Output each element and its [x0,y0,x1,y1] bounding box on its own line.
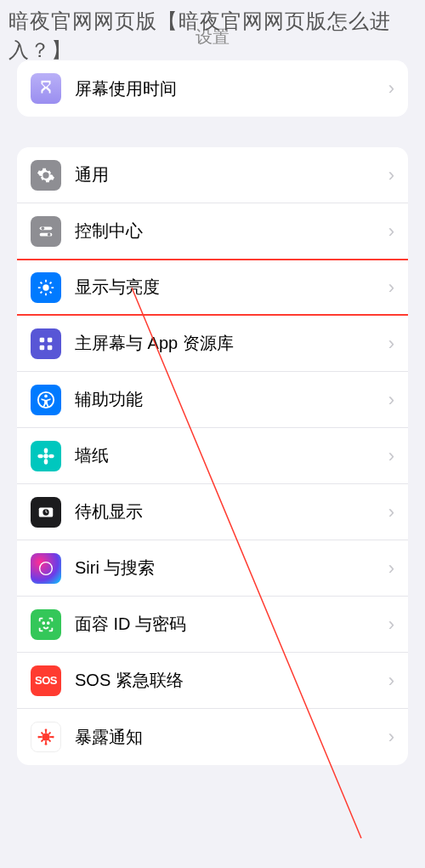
overlay-watermark-text: 暗夜官网网页版【暗夜官网网页版怎么进入？】 [8,7,416,64]
row-faceid-passcode[interactable]: 面容 ID 与密码 › [17,597,408,653]
svg-rect-15 [40,345,45,350]
row-label: 暴露通知 [75,726,388,749]
svg-point-40 [45,728,48,731]
svg-point-22 [37,454,42,458]
row-label: 显示与亮度 [75,276,388,299]
svg-point-23 [48,454,54,458]
chevron-right-icon: › [388,164,394,186]
chevron-right-icon: › [388,501,394,523]
accessibility-icon [31,385,61,415]
row-accessibility[interactable]: 辅助功能 › [17,372,408,428]
row-sos[interactable]: SOS SOS 紧急联络 › [17,653,408,709]
gear-icon [31,160,61,191]
row-home-screen[interactable]: 主屏幕与 App 资源库 › [17,316,408,372]
chevron-right-icon: › [388,220,394,243]
siri-icon [31,553,61,584]
chevron-right-icon: › [388,277,394,299]
svg-point-3 [48,232,51,236]
svg-rect-14 [48,337,53,342]
svg-point-29 [42,622,44,624]
svg-point-42 [37,736,40,739]
svg-line-10 [50,291,52,293]
chevron-right-icon: › [388,445,394,467]
svg-point-28 [40,562,53,574]
settings-group-1: 屏幕使用时间 › [17,60,408,117]
chevron-right-icon: › [388,389,394,411]
chevron-right-icon: › [388,557,394,580]
row-label: 控制中心 [75,220,388,243]
svg-line-39 [48,733,50,734]
svg-point-20 [44,448,48,453]
chevron-right-icon: › [388,614,394,636]
row-screen-time[interactable]: 屏幕使用时间 › [17,60,408,117]
svg-line-9 [40,282,42,283]
flower-icon [31,441,61,471]
chevron-right-icon: › [388,77,394,100]
row-label: 面容 ID 与密码 [75,613,388,636]
row-label: 墙纸 [75,444,388,467]
row-label: 通用 [75,163,388,186]
svg-point-30 [48,622,49,624]
row-control-center[interactable]: 控制中心 › [17,203,408,260]
svg-line-37 [48,740,50,741]
clock-icon [31,497,61,528]
svg-point-21 [44,459,48,464]
sos-text: SOS [35,674,57,687]
row-label: SOS 紧急联络 [75,669,388,692]
svg-point-41 [45,743,48,745]
svg-line-36 [42,733,43,734]
row-general[interactable]: 通用 › [17,147,408,203]
svg-point-31 [42,733,49,740]
svg-point-18 [44,394,48,397]
row-wallpaper[interactable]: 墙纸 › [17,428,408,484]
brightness-icon [31,272,61,303]
row-label: 辅助功能 [75,388,388,411]
apps-grid-icon [31,328,61,359]
row-label: 屏幕使用时间 [75,77,388,100]
row-standby[interactable]: 待机显示 › [17,484,408,540]
row-label: 主屏幕与 App 资源库 [75,332,388,355]
svg-point-4 [42,284,48,290]
svg-point-43 [52,736,54,739]
row-exposure[interactable]: 暴露通知 › [17,709,408,765]
row-display-brightness[interactable]: 显示与亮度 › [17,260,408,316]
row-label: Siri 与搜索 [75,557,388,580]
chevron-right-icon: › [388,726,394,748]
chevron-right-icon: › [388,333,394,355]
svg-line-11 [40,291,42,293]
settings-screen: 设置 屏幕使用时间 › 通用 › 控制中心 › [0,0,425,868]
toggles-icon [31,216,61,247]
svg-point-19 [43,454,48,459]
sos-icon: SOS [31,665,61,696]
svg-line-12 [50,282,52,283]
svg-rect-13 [40,337,45,342]
row-label: 待机显示 [75,500,388,523]
virus-icon [31,722,61,752]
settings-group-2: 通用 › 控制中心 › 显示与亮度 › 主屏幕与 App 资源库 › [17,147,408,765]
svg-line-38 [42,740,43,741]
svg-rect-16 [48,345,53,350]
faceid-icon [31,609,61,640]
hourglass-icon [31,73,61,104]
svg-point-2 [42,226,45,230]
row-siri-search[interactable]: Siri 与搜索 › [17,540,408,597]
chevron-right-icon: › [388,670,394,692]
